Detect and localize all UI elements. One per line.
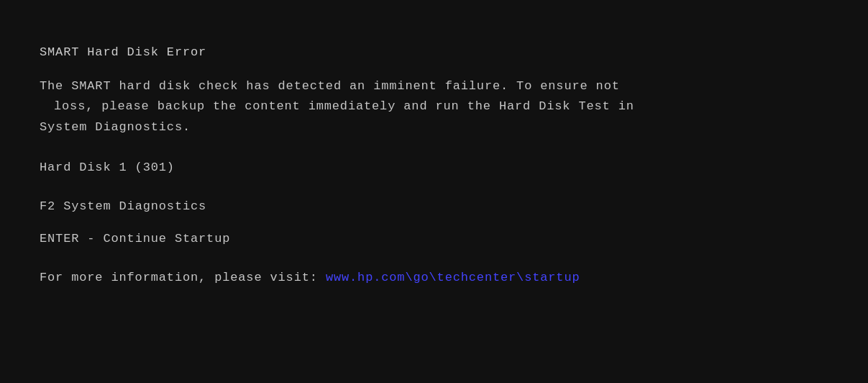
error-title: SMART Hard Disk Error (40, 43, 828, 62)
error-line-3: System Diagnostics. (40, 117, 828, 138)
f2-label: System Diagnostics (63, 199, 206, 213)
enter-sep: - (87, 232, 103, 245)
error-line-2: loss, please backup the content immediat… (40, 96, 828, 117)
more-info: For more information, please visit: www.… (40, 269, 828, 287)
error-description: The SMART hard disk check has detected a… (40, 76, 828, 139)
enter-key: ENTER (40, 232, 79, 245)
bios-error-screen: SMART Hard Disk Error The SMART hard dis… (0, 0, 868, 383)
action-f2: F2 System Diagnostics (40, 197, 828, 216)
more-info-prefix: For more information, please visit: (40, 271, 318, 284)
enter-label: Continue Startup (103, 232, 230, 245)
f2-key: F2 (40, 199, 55, 213)
disk-info: Hard Disk 1 (301) (40, 158, 828, 177)
error-line-1: The SMART hard disk check has detected a… (40, 76, 828, 97)
action-enter: ENTER - Continue Startup (40, 230, 828, 248)
more-info-link[interactable]: www.hp.com\go\techcenter\startup (326, 271, 580, 284)
